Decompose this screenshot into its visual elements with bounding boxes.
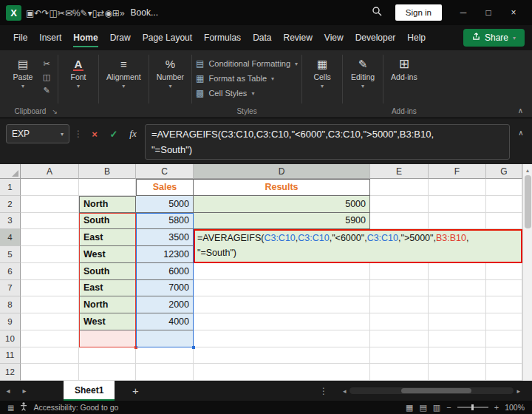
cell-B12[interactable]	[79, 364, 136, 381]
cell-A4[interactable]	[21, 229, 79, 246]
cell-D10[interactable]	[194, 330, 370, 347]
zoom-level[interactable]: 100%	[505, 403, 525, 412]
next-sheet-icon[interactable]: ▸	[16, 387, 33, 395]
cell-E1[interactable]	[370, 179, 429, 196]
cell-D8[interactable]	[194, 296, 370, 313]
cell-E8[interactable]	[370, 296, 429, 313]
swap-arrows-icon[interactable]: ⇄	[97, 8, 104, 18]
cell-D1[interactable]: Results	[194, 179, 370, 196]
cell-E12[interactable]	[370, 364, 429, 381]
mail-icon[interactable]: ✉	[65, 8, 72, 18]
row-header-3[interactable]: 3	[0, 213, 21, 230]
editing-button[interactable]: ✎ Editing ▾	[347, 53, 379, 89]
accessibility-status[interactable]: Accessibility: Good to go	[33, 403, 118, 412]
cell-A12[interactable]	[21, 364, 79, 381]
formula-input[interactable]: =AVERAGEIFS(C3:C10,C3:C10,"<6000",C3:C10…	[145, 124, 510, 160]
zoom-in-icon[interactable]: +	[494, 403, 499, 412]
page-layout-view-icon[interactable]: ▤	[419, 403, 426, 413]
cell-C8[interactable]: 2000	[136, 296, 194, 313]
paste-button[interactable]: ▤ Paste ▾	[7, 53, 39, 89]
col-header-A[interactable]: A	[21, 164, 79, 179]
cell-G7[interactable]	[486, 280, 522, 297]
cell-A1[interactable]	[21, 179, 79, 196]
copy-button[interactable]: ◫	[43, 72, 50, 82]
cancel-button[interactable]: ×	[87, 124, 102, 143]
row-header-10[interactable]: 10	[0, 330, 21, 347]
cell-F2[interactable]	[429, 196, 486, 213]
font-button[interactable]: A Font ▾	[62, 53, 95, 89]
cell-A7[interactable]	[21, 280, 79, 297]
cell-A11[interactable]	[21, 347, 79, 364]
menu-tab-developer[interactable]: Developer	[349, 26, 402, 50]
cell-A6[interactable]	[21, 263, 79, 280]
cell-G12[interactable]	[486, 364, 522, 381]
row-header-9[interactable]: 9	[0, 313, 21, 330]
cell-D2[interactable]: 5000	[194, 196, 370, 213]
maximize-button[interactable]: □	[476, 0, 501, 25]
row-header-11[interactable]: 11	[0, 347, 21, 364]
cell-B5[interactable]: West	[79, 246, 136, 263]
add-sheet-button[interactable]: +	[128, 384, 143, 397]
excel-logo-icon[interactable]: X	[6, 5, 21, 21]
menu-tab-page-layout[interactable]: Page Layout	[137, 26, 198, 50]
cell-D9[interactable]	[194, 313, 370, 330]
cell-E9[interactable]	[370, 313, 429, 330]
cell-D3[interactable]: 5900	[194, 213, 370, 230]
sheetbar-dots-icon[interactable]: ⋮	[319, 386, 328, 396]
cell-G11[interactable]	[486, 347, 522, 364]
row-header-8[interactable]: 8	[0, 296, 21, 313]
cell-F1[interactable]	[429, 179, 486, 196]
vertical-scrollbar[interactable]: ▴	[522, 164, 532, 381]
cell-A5[interactable]	[21, 246, 79, 263]
scroll-up-icon[interactable]: ▴	[526, 164, 529, 175]
conditional-formatting-button[interactable]: ▤Conditional Formatting▾	[196, 58, 298, 69]
cell-F11[interactable]	[429, 347, 486, 364]
percent-style-icon[interactable]: %	[72, 8, 81, 18]
close-button[interactable]: ×	[501, 0, 526, 25]
cell-G6[interactable]	[486, 263, 522, 280]
paintbrush-icon[interactable]: ✎	[81, 8, 88, 18]
menu-tab-draw[interactable]: Draw	[104, 26, 137, 50]
cell-G8[interactable]	[486, 296, 522, 313]
sheet-tab-sheet1[interactable]: Sheet1	[64, 381, 115, 401]
cell-D6[interactable]	[194, 263, 370, 280]
formula-bar-handle-icon[interactable]: ⋮	[74, 124, 83, 139]
collapse-ribbon-icon[interactable]: ∧	[518, 106, 523, 115]
cell-D7[interactable]	[194, 280, 370, 297]
alignment-button[interactable]: ≡ Alignment ▾	[103, 53, 145, 89]
name-box[interactable]: EXP ▾	[6, 124, 69, 143]
zoom-slider-thumb[interactable]	[471, 404, 474, 410]
cell-E3[interactable]	[370, 213, 429, 230]
menu-tab-insert[interactable]: Insert	[33, 26, 67, 50]
row-header-6[interactable]: 6	[0, 263, 21, 280]
cell-C11[interactable]	[136, 347, 194, 364]
sign-in-button[interactable]: Sign in	[395, 4, 442, 21]
cell-E10[interactable]	[370, 330, 429, 347]
menu-tab-data[interactable]: Data	[247, 26, 277, 50]
cell-B10[interactable]	[79, 330, 136, 347]
copy-icon[interactable]: ◫	[49, 8, 57, 18]
cell-C10[interactable]	[136, 330, 194, 347]
cell-G9[interactable]	[486, 313, 522, 330]
select-all-button[interactable]	[0, 164, 21, 179]
row-header-12[interactable]: 12	[0, 364, 21, 381]
cell-C12[interactable]	[136, 364, 194, 381]
cell-A10[interactable]	[21, 330, 79, 347]
cell-G10[interactable]	[486, 330, 522, 347]
cell-D12[interactable]	[194, 364, 370, 381]
scroll-right-icon[interactable]: ▸	[516, 387, 520, 395]
row-header-7[interactable]: 7	[0, 280, 21, 297]
row-header-4[interactable]: 4	[0, 229, 21, 246]
horizontal-scrollbar-track[interactable]	[349, 387, 514, 394]
row-header-1[interactable]: 1	[0, 179, 21, 196]
cell-F10[interactable]	[429, 330, 486, 347]
col-header-B[interactable]: B	[79, 164, 136, 179]
collapse-formula-bar-icon[interactable]: ∧	[514, 124, 528, 137]
cell-C5[interactable]: 12300	[136, 246, 194, 263]
undo-icon[interactable]: ↶	[34, 8, 41, 18]
cell-C6[interactable]: 6000	[136, 263, 194, 280]
cells-button[interactable]: ▦ Cells ▾	[306, 53, 338, 89]
cell-G1[interactable]	[486, 179, 522, 196]
cell-F7[interactable]	[429, 280, 486, 297]
row-header-2[interactable]: 2	[0, 196, 21, 213]
